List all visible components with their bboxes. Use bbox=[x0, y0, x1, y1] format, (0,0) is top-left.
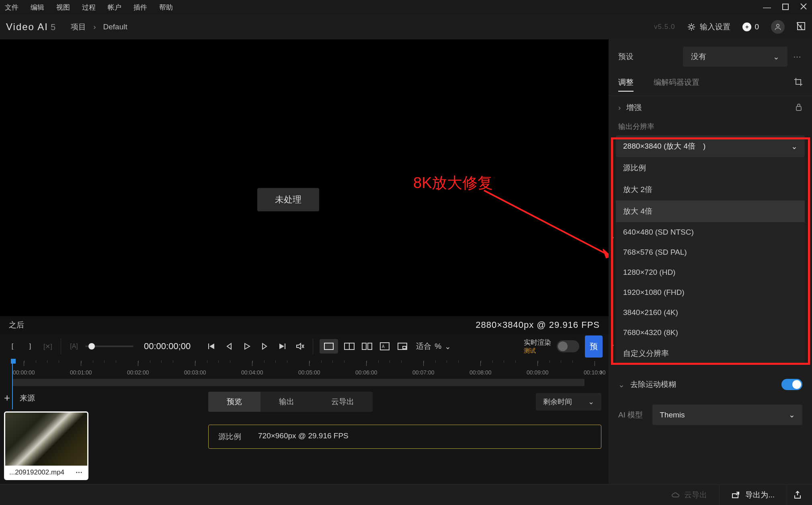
frame-fwd-icon[interactable] bbox=[258, 340, 271, 353]
tab-cloud-export[interactable]: 云导出 bbox=[313, 392, 373, 412]
breadcrumb-project[interactable]: 项目 bbox=[71, 22, 86, 32]
tab-codec[interactable]: 编解码器设置 bbox=[654, 74, 699, 92]
resolution-option[interactable]: 放大 2倍 bbox=[616, 179, 805, 200]
resolution-option[interactable]: 768×576 (SD PAL) bbox=[616, 242, 805, 262]
preview-button[interactable]: 预 bbox=[585, 335, 603, 358]
panel-toggle-icon[interactable] bbox=[797, 22, 806, 32]
realtime-toggle[interactable] bbox=[557, 340, 579, 352]
menu-help[interactable]: 帮助 bbox=[159, 3, 173, 12]
chevron-down-icon[interactable]: ⌄ bbox=[618, 380, 625, 389]
view-side-button[interactable] bbox=[361, 340, 373, 353]
view-pip-button[interactable] bbox=[396, 340, 409, 353]
chevron-down-icon: ⌄ bbox=[445, 342, 451, 351]
svg-rect-28 bbox=[403, 346, 406, 349]
tab-output[interactable]: 输出 bbox=[260, 392, 313, 412]
preview-info-row[interactable]: 源比例 720×960px @ 29.916 FPS bbox=[208, 425, 601, 449]
svg-marker-17 bbox=[297, 343, 301, 349]
credits[interactable]: + 0 bbox=[742, 22, 759, 31]
chevron-right-icon[interactable]: › bbox=[612, 341, 614, 349]
ai-model-label: AI 模型 bbox=[618, 410, 643, 420]
annotation-text: 8K放大修复 bbox=[413, 173, 493, 193]
crop-icon[interactable] bbox=[794, 74, 802, 92]
svg-text:A: A bbox=[382, 344, 385, 349]
tab-adjust[interactable]: 调整 bbox=[618, 74, 634, 92]
menu-plugins[interactable]: 插件 bbox=[133, 3, 147, 12]
timeline-tick: 00:10:00 bbox=[584, 361, 606, 376]
resolution-option[interactable]: 3840×2160 (4K) bbox=[616, 303, 805, 323]
preset-select[interactable]: 没有 ⌄ bbox=[683, 47, 787, 67]
lock-icon[interactable] bbox=[795, 103, 802, 113]
view-single-button[interactable] bbox=[320, 339, 338, 354]
zoom-fit-dropdown[interactable]: 适合 % ⌄ bbox=[416, 341, 451, 352]
view-split-h-button[interactable] bbox=[343, 340, 356, 353]
auto-mark-icon[interactable]: [A] bbox=[68, 340, 80, 353]
timeline-scroll-right-icon[interactable]: › bbox=[600, 368, 602, 376]
video-stage[interactable]: 未处理 8K放大修复 bbox=[0, 39, 609, 316]
deblur-label: 去除运动模糊 bbox=[630, 379, 676, 390]
breadcrumb-default[interactable]: Default bbox=[103, 22, 127, 31]
maximize-icon[interactable] bbox=[782, 3, 789, 12]
titlebar: Video AI5 项目 › Default v5.5.0 输入设置 + 0 bbox=[0, 14, 812, 39]
menu-edit[interactable]: 编辑 bbox=[31, 3, 44, 12]
output-res-select[interactable]: 2880×3840 (放大 4倍 ) ⌄ bbox=[616, 135, 805, 157]
breadcrumb: 项目 › Default bbox=[71, 22, 127, 32]
tab-preview[interactable]: 预览 bbox=[208, 392, 260, 412]
share-icon bbox=[794, 491, 802, 499]
timeline-track[interactable] bbox=[13, 379, 584, 386]
source-thumbnail[interactable]: ...209192002.mp4 ⋯ bbox=[4, 411, 88, 480]
frame-back-icon[interactable] bbox=[223, 340, 236, 353]
view-ab-button[interactable]: A bbox=[378, 340, 391, 353]
export-as-button[interactable]: 导出为... bbox=[719, 485, 787, 505]
svg-rect-0 bbox=[783, 4, 788, 10]
menu-view[interactable]: 视图 bbox=[56, 3, 70, 12]
close-icon[interactable] bbox=[800, 3, 807, 12]
mark-in-icon[interactable]: [ bbox=[6, 340, 19, 353]
deblur-toggle[interactable] bbox=[781, 379, 802, 390]
avatar[interactable] bbox=[771, 20, 785, 34]
ai-model-select[interactable]: Themis ⌄ bbox=[652, 405, 802, 425]
timeline[interactable]: 00:00:0000:01:0000:02:0000:03:0000:04:00… bbox=[0, 359, 609, 388]
chevron-right-icon: › bbox=[618, 103, 621, 112]
remaining-time-dropdown[interactable]: 剩余时间 ⌄ bbox=[536, 393, 601, 411]
timecode[interactable]: 00:00:00;00 bbox=[144, 341, 191, 352]
annotation-arrow bbox=[482, 188, 619, 264]
mute-icon[interactable] bbox=[293, 340, 306, 353]
input-settings-button[interactable]: 输入设置 bbox=[687, 22, 730, 32]
menu-process[interactable]: 过程 bbox=[82, 3, 96, 12]
thumbnail-image bbox=[5, 413, 87, 466]
svg-line-7 bbox=[484, 190, 611, 256]
clear-marks-icon[interactable]: [✕] bbox=[41, 340, 54, 353]
menu-file[interactable]: 文件 bbox=[5, 3, 18, 12]
coin-icon: + bbox=[742, 22, 751, 31]
resolution-option[interactable]: 放大 4倍 bbox=[616, 200, 805, 222]
enhance-section[interactable]: ›增强 bbox=[609, 96, 812, 119]
cloud-icon bbox=[671, 491, 680, 499]
minimize-icon[interactable]: — bbox=[763, 3, 771, 12]
share-button[interactable] bbox=[787, 485, 808, 505]
thumbnail-filename: ...209192002.mp4 bbox=[9, 468, 64, 476]
svg-point-3 bbox=[690, 25, 693, 29]
resolution-option[interactable]: 1280×720 (HD) bbox=[616, 262, 805, 282]
resolution-option[interactable]: 1920×1080 (FHD) bbox=[616, 282, 805, 303]
add-source-button[interactable]: + bbox=[4, 392, 10, 404]
resolution-readout: 2880×3840px @ 29.916 FPS bbox=[476, 320, 600, 330]
chevron-right-icon[interactable]: › bbox=[612, 234, 614, 241]
play-icon[interactable] bbox=[240, 340, 253, 353]
skip-end-icon[interactable] bbox=[276, 340, 289, 353]
speed-slider[interactable] bbox=[85, 346, 133, 347]
menu-account[interactable]: 帐户 bbox=[108, 3, 121, 12]
svg-rect-24 bbox=[368, 343, 372, 350]
resolution-option[interactable]: 源比例 bbox=[616, 157, 805, 179]
chevron-down-icon: ⌄ bbox=[791, 142, 798, 151]
thumbnail-menu-icon[interactable]: ⋯ bbox=[76, 468, 83, 476]
preset-more-icon[interactable]: ⋯ bbox=[793, 52, 802, 61]
export-icon bbox=[732, 491, 740, 499]
transport-controls: [ ] [✕] [A] 00:00:00;00 A 适合 % ⌄ bbox=[0, 334, 609, 359]
skip-start-icon[interactable] bbox=[205, 340, 218, 353]
mark-out-icon[interactable]: ] bbox=[24, 340, 37, 353]
unprocessed-label: 未处理 bbox=[257, 188, 319, 211]
cloud-export-button[interactable]: 云导出 bbox=[659, 490, 719, 500]
chevron-down-icon: ⌄ bbox=[588, 397, 594, 406]
chevron-down-icon: ⌄ bbox=[773, 52, 779, 61]
svg-marker-15 bbox=[279, 343, 284, 349]
